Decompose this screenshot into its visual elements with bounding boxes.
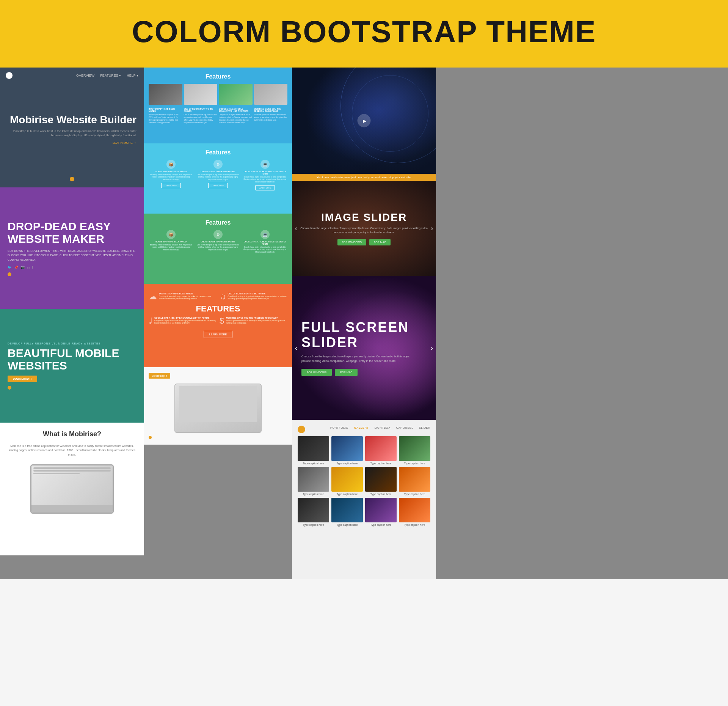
right-column: You know the development just now that y… <box>292 68 436 579</box>
learn-more-btn-1[interactable]: LEARN MORE <box>161 183 180 188</box>
laptop-mockup <box>30 464 114 514</box>
feat-orange-2: ♫ ONE OF BOOTSTRAP 4'S BIG POINTS One of… <box>220 292 287 301</box>
gallery-item-9[interactable]: Type caption here <box>298 498 329 526</box>
header-section: COLORM BOOTSTRAP THEME <box>0 0 728 68</box>
gallery-nav-lightbox[interactable]: LIGHTBOX <box>375 426 391 429</box>
feature-blue-cols: BOOTSTRAP 4 HAS BEEN NOTED Bootstrap is … <box>149 108 287 124</box>
mobirise-description: Bootstrap is built to work best in the l… <box>8 129 136 137</box>
fullscreen-description: Choose from the large selection of layer… <box>301 354 415 363</box>
gallery-item-3[interactable]: Type caption here <box>365 436 397 465</box>
slider-windows-btn[interactable]: FOR WINDOWS <box>337 239 366 245</box>
feature-img-2 <box>184 84 218 105</box>
fs-arrow-right[interactable]: › <box>431 344 433 352</box>
slider-description: Choose from the large selection of layer… <box>300 226 428 234</box>
slider-mac-btn[interactable]: FOR MAC <box>369 239 391 245</box>
feat-green-icon-2: ⚙ <box>213 230 223 239</box>
slider-buttons: FOR WINDOWS FOR MAC <box>300 239 428 245</box>
gallery-caption-3: Type caption here <box>365 462 397 465</box>
nav-help[interactable]: HELP ▾ <box>127 74 138 77</box>
pinterest-icon[interactable]: 📌 <box>14 266 18 269</box>
laptop-screen <box>31 465 113 505</box>
bootstrap-badge: Bootstrap 4 <box>149 373 170 379</box>
gallery-nav-gallery[interactable]: GALLERY <box>354 426 369 429</box>
gallery-row-3: Type caption here Type caption here Type… <box>298 498 430 526</box>
download-button[interactable]: DOWNLOAD IT <box>8 376 37 382</box>
fs-windows-btn[interactable]: FOR WINDOWS <box>301 369 332 376</box>
gallery-item-4[interactable]: Type caption here <box>399 436 430 465</box>
features-blue-panel: Features BOOTSTRAP 4 HAS BEEN NOTED Boot… <box>144 68 292 143</box>
play-button[interactable] <box>358 114 371 127</box>
gallery-item-12[interactable]: Typo caption hero <box>399 498 430 526</box>
laptop-bar-1 <box>33 467 111 469</box>
gallery-img-7 <box>365 467 397 492</box>
features-lightblue-title: Features <box>149 149 287 156</box>
gallery-img-5 <box>298 467 329 492</box>
instagram-icon[interactable]: 📷 <box>20 266 25 269</box>
feat-icon-2: ⚙ <box>213 160 223 169</box>
gallery-nav-carousel[interactable]: CAROUSEL <box>396 426 413 429</box>
gallery-img-8 <box>399 467 430 492</box>
nav-links: OVERVIEW FEATURES ▾ HELP ▾ <box>76 74 138 77</box>
facebook-icon[interactable]: f <box>32 266 33 269</box>
twitter-icon[interactable]: 🐦 <box>8 266 12 269</box>
gallery-caption-7: Type caption here <box>365 493 397 495</box>
gallery-img-1 <box>298 436 329 461</box>
gallery-item-11[interactable]: Type caption here <box>365 498 397 526</box>
learn-more-btn-3[interactable]: LEARN MORE <box>255 185 275 190</box>
gallery-caption-2: Type caption here <box>331 462 363 465</box>
feat-green-icon-3: 💻 <box>260 230 270 239</box>
features-green-panel: Features 📦 BOOTSTRAP 4 HAS BEEN NOTED Bo… <box>144 214 292 284</box>
fs-arrow-left[interactable]: ‹ <box>295 344 297 352</box>
feat-icon-3: 💻 <box>260 160 270 169</box>
gallery-item-6[interactable]: Type caption here <box>331 467 363 495</box>
feat-green-1: 📦 BOOTSTRAP 4 HAS BEEN NOTED Bootstrap 4… <box>149 230 193 253</box>
laptop-bar-2 <box>33 470 111 472</box>
feature-col-2: ONE OF BOOTSTRAP 4'S BIG POINTS One of t… <box>184 108 218 124</box>
gallery-item-1[interactable]: Type caption here <box>298 436 329 465</box>
feat-icons-row-2: ♩ GOOGLE HAS A HIGHLY EXHAUSTIVE LIST OF… <box>149 317 287 325</box>
gallery-img-11 <box>365 498 397 522</box>
slider-content: IMAGE SLIDER Choose from the large selec… <box>292 204 436 253</box>
gallery-nav-slider[interactable]: SLIDER <box>419 426 430 429</box>
features-blue-title: Features <box>149 73 287 80</box>
learn-more-link[interactable]: LEARN MORE → <box>8 141 136 145</box>
gallery-logo <box>298 426 305 433</box>
gallery-caption-6: Type caption here <box>331 493 363 495</box>
gallery-item-7[interactable]: Type caption here <box>365 467 397 495</box>
gallery-item-8[interactable]: Type caption here <box>399 467 430 495</box>
learn-more-btn-2[interactable]: LEARN MORE <box>208 183 228 188</box>
feature-img-1 <box>149 84 182 105</box>
features-learn-more-btn[interactable]: LEARN MORE <box>204 331 232 338</box>
gallery-item-5[interactable]: Type caption here <box>298 467 329 495</box>
white-description: Mobirise is a free offline application f… <box>8 444 136 457</box>
linkedin-icon[interactable]: in <box>27 266 30 269</box>
features-orange-panel: ☁ BOOTSTRAP 4 HAS BEEN NOTED Bootstrap 4… <box>144 284 292 367</box>
slider-arrow-left[interactable]: ‹ <box>295 225 297 233</box>
gallery-item-2[interactable]: Type caption here <box>331 436 363 465</box>
logo-dot <box>6 72 13 79</box>
nav-overview[interactable]: OVERVIEW <box>76 74 94 77</box>
feature-col-3: GOOGLE HAS A HIGHLY EXHAUSTIVE LIST OF F… <box>219 108 253 124</box>
teal-eyebrow: DEVELOP FULLY RESPONSIVE, MOBILE-READY W… <box>8 342 136 345</box>
mobirise-hero-panel: Mobirise Website Builder Bootstrap is bu… <box>0 83 144 171</box>
fullscreen-content: FULL SCREEN SLIDER Choose from the large… <box>292 308 436 387</box>
gallery-panel: PORTFOLIO GALLERY LIGHTBOX CAROUSEL SLID… <box>292 420 436 579</box>
fs-mac-btn[interactable]: FOR MAC <box>335 369 358 376</box>
laptop-bottom-panel: Bootstrap 4 <box>144 367 292 445</box>
feat-green-icon-1: 📦 <box>166 230 176 239</box>
teal-hero-panel: DEVELOP FULLY RESPONSIVE, MOBILE-READY W… <box>0 309 144 423</box>
network-panel <box>292 68 436 174</box>
gallery-img-9 <box>298 498 329 522</box>
fs-buttons: FOR WINDOWS FOR MAC <box>301 369 427 376</box>
orange-dot-4 <box>149 436 152 439</box>
gallery-item-10[interactable]: Type caption here <box>331 498 363 526</box>
left-column: OVERVIEW FEATURES ▾ HELP ▾ Mobirise Webs… <box>0 68 144 579</box>
feat-lightblue-2: ⚙ ONE OF BOOTSTRAP 4'S BIG POINTS One of… <box>196 160 240 190</box>
gallery-caption-5: Type caption here <box>298 493 329 495</box>
slider-arrow-right[interactable]: › <box>431 225 433 233</box>
nav-features[interactable]: FEATURES ▾ <box>100 74 121 77</box>
feat-lightblue-1: 📦 BOOTSTRAP 4 HAS BEEN NOTED Bootstrap 4… <box>149 160 193 190</box>
features-lightblue-panel: Features 📦 BOOTSTRAP 4 HAS BEEN NOTED Bo… <box>144 143 292 214</box>
feature-col-4: MOBIRISE GIVES YOU THE FREEDOM TO DEVELO… <box>254 108 288 124</box>
gallery-nav-portfolio[interactable]: PORTFOLIO <box>330 426 348 429</box>
